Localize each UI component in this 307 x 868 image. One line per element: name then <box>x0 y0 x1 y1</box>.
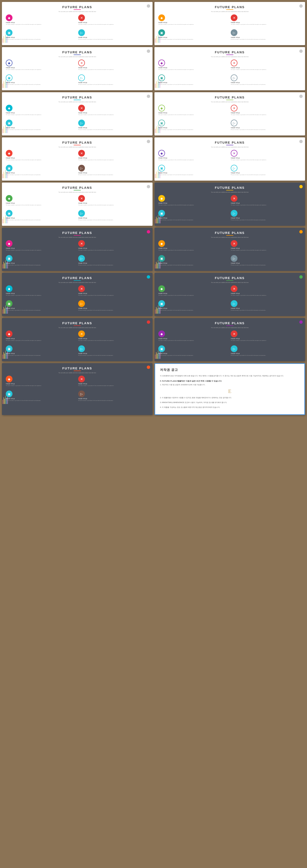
slide-underline <box>226 55 233 55</box>
icon-item-1: ◆ YOUR TITLE This space actually is a go… <box>158 60 229 73</box>
slide-card-7: FUTURE PLANS You can write your subtitle… <box>2 137 152 181</box>
icon-desc-1: This space actually is a good place for … <box>158 69 194 70</box>
chart-bar <box>155 129 156 133</box>
chart-bar <box>155 219 156 223</box>
chart-bar <box>157 308 158 314</box>
icon-desc-1: This space actually is a good place for … <box>158 250 194 251</box>
icon-label-4: YOUR TITLE <box>78 217 87 219</box>
icon-label-4: YOUR TITLE <box>231 217 240 219</box>
chart-bar <box>3 126 4 133</box>
icon-circle-4: ▷ <box>78 300 85 307</box>
slide-title: FUTURE PLANS <box>158 231 301 235</box>
icon-circle-1: ◆ <box>6 285 12 292</box>
corner-dot <box>299 185 303 188</box>
slide-underline <box>226 9 233 10</box>
slide-subtitle: You can write your subtitle and more exp… <box>158 237 301 238</box>
icon-item-2: ✕ YOUR TITLE This space actually is a go… <box>78 331 149 344</box>
slide-subtitle: You can write your subtitle and more exp… <box>6 56 149 58</box>
icon-desc-1: This space actually is a good place for … <box>158 340 194 341</box>
slide-inner: FUTURE PLANS You can write your subtitle… <box>155 137 305 181</box>
icon-item-2: ✕ YOUR TITLE This space actually is a go… <box>78 105 149 118</box>
slide-title: FUTURE PLANS <box>158 321 301 325</box>
slide-title: FUTURE PLANS <box>6 367 149 370</box>
icon-item-3: ▣ YOUR TITLE Fill space actually is a go… <box>6 255 76 269</box>
icon-item-1: ◆ YOUR TITLE This space actually is a go… <box>158 195 229 209</box>
icon-label-4: YOUR TITLE <box>231 308 240 309</box>
icon-desc-2: This space actually is a good place for … <box>231 114 267 116</box>
icon-label-2: YOUR TITLE <box>78 248 87 249</box>
icon-item-4: ▷ YOUR TITLE Fill space actually is a go… <box>78 300 149 314</box>
chart-bar <box>3 81 4 88</box>
icon-label-4: YOUR TITLE <box>78 37 87 38</box>
chart-bar <box>155 174 156 178</box>
icon-circle-3: ▣ <box>6 255 12 262</box>
icon-item-2: ✕ YOUR TITLE This space actually is a go… <box>231 240 301 254</box>
info-text-1: 이 프레젠테이션은 저작권법에 의해 보호 받습니다. 무단 복제나 사용을 금… <box>160 374 300 377</box>
slide-card-3: FUTURE PLANS You can write your subtitle… <box>2 47 152 90</box>
icon-item-4: ▷ YOUR TITLE Fill space actually is a go… <box>78 120 149 133</box>
chart-bar <box>157 37 158 43</box>
slide-inner: FUTURE PLANS You can write your subtitle… <box>2 137 152 181</box>
icon-circle-3: ▣ <box>6 74 12 81</box>
slide-underline <box>74 326 81 326</box>
icon-item-4: ▷ YOUR TITLE Fill space actually is a go… <box>231 74 301 88</box>
slide-card-2: FUTURE PLANS You can write your subtitle… <box>155 2 305 45</box>
icon-desc-3: Fill space actually is a good place for … <box>6 39 41 40</box>
icon-desc-4: Fill space actually is a good place for … <box>231 174 266 176</box>
icon-item-3: ▣ YOUR TITLE Fill space actually is a go… <box>158 345 229 359</box>
icon-circle-3: ▣ <box>158 210 165 217</box>
icon-label-3: YOUR TITLE <box>6 398 15 399</box>
icon-circle-1: ◆ <box>6 331 12 337</box>
icons-grid: ◆ YOUR TITLE This space actually is a go… <box>6 285 149 314</box>
icon-label-4: YOUR TITLE <box>78 172 87 174</box>
chart-bar <box>3 352 4 359</box>
icon-item-1: ◆ YOUR TITLE This space actually is a go… <box>158 240 229 254</box>
slide-card-11: FUTURE PLANS You can write your subtitle… <box>2 228 152 271</box>
icon-circle-3: ▣ <box>6 391 12 397</box>
slide-inner: FUTURE PLANS You can write your subtitle… <box>2 92 152 135</box>
icon-item-3: ▣ YOUR TITLE Fill space actually is a go… <box>6 165 76 178</box>
info-text-3: 2. 이 템플릿을 수정하여 사용할 수 있지만, 원본 파일을 재배포하거나 … <box>160 396 300 399</box>
slide-card-12: FUTURE PLANS You can write your subtitle… <box>155 228 305 271</box>
icon-desc-4: Fill space actually is a good place for … <box>231 39 266 40</box>
icon-label-1: YOUR TITLE <box>6 157 15 159</box>
icon-item-1: ◆ YOUR TITLE This space actually is a go… <box>6 376 76 389</box>
chart-bar <box>157 353 158 359</box>
slide-inner: FUTURE PLANS You can write your subtitle… <box>2 228 152 271</box>
icon-circle-3: ▣ <box>6 300 12 307</box>
icon-item-4: ▷ YOUR TITLE Fill space actually is a go… <box>231 345 301 359</box>
icon-desc-2: This space actually is a good place for … <box>78 250 114 251</box>
icon-desc-3: Fill space actually is a good place for … <box>6 84 41 85</box>
icon-item-4: ▷ YOUR TITLE Fill space actually is a go… <box>78 165 149 178</box>
icon-label-3: YOUR TITLE <box>158 308 167 309</box>
icon-circle-2: ✕ <box>231 285 237 292</box>
icon-item-3: ▣ YOUR TITLE Fill space actually is a go… <box>6 120 76 133</box>
corner-dot <box>147 185 150 188</box>
icon-item-3: ▣ YOUR TITLE Fill space actually is a go… <box>6 391 76 404</box>
icon-item-4: ▷ YOUR TITLE Fill space actually is a go… <box>78 210 149 223</box>
icon-circle-3: ▣ <box>158 29 165 36</box>
icon-circle-3: ▣ <box>6 345 12 352</box>
icon-label-3: YOUR TITLE <box>6 127 15 128</box>
icon-label-1: YOUR TITLE <box>158 293 167 294</box>
slide-title: FUTURE PLANS <box>158 141 301 144</box>
icon-desc-3: Fill space actually is a good place for … <box>6 355 41 356</box>
slide-card-13: FUTURE PLANS You can write your subtitle… <box>2 273 152 316</box>
icon-desc-3: Fill space actually is a good place for … <box>6 265 41 266</box>
chart-bar <box>156 262 157 269</box>
icon-desc-2: This space actually is a good place for … <box>231 250 267 251</box>
slide-subtitle: You can write your subtitle and more exp… <box>158 11 301 12</box>
icon-desc-2: This space actually is a good place for … <box>78 295 114 296</box>
icon-desc-4: Fill space actually is a good place for … <box>78 174 113 176</box>
icon-label-4: YOUR TITLE <box>231 37 240 38</box>
corner-dot <box>299 230 303 234</box>
icon-circle-1: ◆ <box>6 240 12 247</box>
icons-grid: ◆ YOUR TITLE This space actually is a go… <box>158 105 301 133</box>
slide-underline <box>226 145 233 145</box>
icon-label-3: YOUR TITLE <box>158 217 167 219</box>
icon-item-4: ▷ YOUR TITLE Fill space actually is a go… <box>78 345 149 359</box>
icon-label-1: YOUR TITLE <box>6 293 15 294</box>
icon-desc-4: Fill space actually is a good place for … <box>78 129 113 130</box>
icon-desc-4: Fill space actually is a good place for … <box>78 310 113 311</box>
slide-underline <box>226 235 233 236</box>
